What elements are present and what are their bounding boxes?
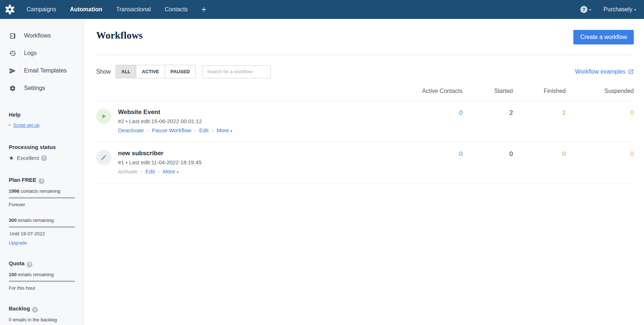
more-label: More: [163, 168, 175, 175]
table-header-finished: Finished: [513, 88, 566, 94]
quota-value: 100: [9, 272, 17, 277]
quota-period: For this hour: [9, 285, 75, 291]
active-contacts-value[interactable]: 0: [412, 109, 463, 133]
sidebar: Workflows Logs Email Templates Settings …: [0, 19, 84, 325]
sendinblue-logo-icon: [4, 4, 16, 15]
sidebar-item-settings[interactable]: Settings: [0, 79, 84, 97]
create-workflow-button[interactable]: Create a workflow: [573, 30, 634, 44]
history-icon: [9, 50, 16, 57]
quota-title: Quota?: [9, 260, 75, 267]
filter-paused-button[interactable]: PAUSED: [165, 65, 196, 78]
pause-workflow-link[interactable]: Pause Workflow: [152, 127, 191, 133]
nav-item-campaigns[interactable]: Campaigns: [20, 0, 63, 19]
sendinblue-logo[interactable]: [0, 0, 20, 19]
emails-remaining-value: 300: [9, 218, 17, 223]
add-app-icon[interactable]: +: [195, 4, 213, 15]
header-divider: [96, 55, 634, 55]
play-icon: [101, 113, 107, 120]
chevron-down-icon: ▾: [589, 8, 591, 12]
emails-progress-bar: [9, 226, 75, 228]
row-divider: [96, 183, 634, 183]
help-tooltip-icon[interactable]: ?: [27, 262, 32, 267]
processing-status-title: Processing status: [9, 144, 75, 150]
plan-title-text: Plan FREE: [9, 177, 36, 183]
suspended-value: 0: [566, 109, 634, 133]
play-square-icon: [9, 32, 16, 39]
table-row: Website Event #2 • Last edit:15-06-2022 …: [96, 101, 634, 142]
active-contacts-value[interactable]: 0: [412, 150, 463, 175]
star-icon: ★: [9, 154, 14, 161]
account-menu[interactable]: Purchasely ▾: [604, 6, 636, 13]
more-label: More: [216, 127, 229, 133]
processing-status-value: Excellent: [17, 155, 39, 161]
chevron-down-icon: ▾: [177, 170, 178, 174]
workflow-examples-text: Workflow examples: [575, 68, 625, 75]
workflow-name[interactable]: new subscriber: [118, 150, 201, 157]
sidebar-item-logs[interactable]: Logs: [0, 44, 84, 62]
finished-value: 0: [513, 150, 566, 175]
activate-link-disabled: Activate: [118, 168, 137, 175]
table-header-started: Started: [463, 88, 513, 94]
table-header-active-contacts: Active Contacts: [412, 88, 463, 94]
deactivate-link[interactable]: Deactivate: [118, 127, 144, 133]
external-link-icon: [628, 69, 634, 75]
nav-item-automation[interactable]: Automation: [63, 0, 109, 19]
sidebar-item-workflows[interactable]: Workflows: [0, 27, 84, 44]
table-header-name: [96, 88, 412, 94]
help-tooltip-icon[interactable]: ?: [32, 307, 38, 313]
sidebar-item-label: Workflows: [24, 32, 51, 39]
sidebar-item-label: Email Templates: [24, 67, 67, 74]
gear-icon: [9, 85, 16, 92]
backlog-text: 0 emails in the backlog: [9, 317, 75, 322]
plan-title: Plan FREE?: [9, 177, 75, 184]
table-row: new subscriber #1 • Last edit:11-04-2022…: [96, 142, 634, 183]
chevron-down-icon: ▾: [634, 8, 636, 12]
contacts-remaining-label: contacts remaining: [19, 188, 60, 194]
script-setup-link[interactable]: Script set up: [13, 122, 39, 128]
workflow-meta: #2 • Last edit:15-06-2022 00:01:12: [118, 118, 232, 124]
more-dropdown[interactable]: More▾: [216, 127, 232, 133]
chevron-down-icon: ▾: [231, 129, 232, 133]
workflow-name[interactable]: Website Event: [118, 109, 232, 116]
upgrade-link[interactable]: Upgrade: [9, 240, 27, 246]
filter-all-button[interactable]: ALL: [115, 65, 136, 78]
help-tooltip-icon[interactable]: ?: [41, 155, 47, 161]
started-value: 0: [463, 150, 513, 175]
main-content: Workflows Create a workflow Show ALL ACT…: [84, 19, 644, 183]
suspended-value: 0: [566, 150, 634, 175]
show-filter-label: Show: [96, 68, 111, 75]
backlog-title-text: Backlog: [9, 305, 30, 312]
workflow-meta: #1 • Last edit:11-04-2022 18:19:45: [118, 159, 201, 165]
action-separator: •: [141, 169, 142, 174]
help-icon: ?: [580, 6, 588, 13]
sidebar-item-label: Settings: [24, 85, 45, 91]
bullet-icon: •: [9, 123, 10, 128]
edit-link[interactable]: Edit: [145, 168, 155, 175]
started-value: 2: [463, 109, 513, 133]
action-separator: •: [212, 128, 213, 133]
table-header-suspended: Suspended: [566, 88, 634, 94]
edit-link[interactable]: Edit: [199, 127, 209, 133]
top-navigation: Campaigns Automation Transactional Conta…: [0, 0, 644, 19]
backlog-title: Backlog?: [9, 305, 75, 313]
emails-remaining-label: emails remaining: [17, 218, 54, 223]
nav-item-transactional[interactable]: Transactional: [109, 0, 158, 19]
sidebar-item-email-templates[interactable]: Email Templates: [0, 62, 84, 79]
help-tooltip-icon[interactable]: ?: [39, 178, 44, 184]
paper-plane-icon: [9, 67, 16, 74]
filter-active-button[interactable]: ACTIVE: [136, 65, 165, 78]
workflow-search-input[interactable]: [202, 65, 271, 78]
quota-title-text: Quota: [9, 260, 24, 266]
nav-item-contacts[interactable]: Contacts: [158, 0, 195, 19]
table-header-row: Active Contacts Started Finished Suspend…: [96, 88, 634, 101]
action-separator: •: [158, 169, 160, 174]
status-filter-group: ALL ACTIVE PAUSED: [115, 65, 196, 78]
sidebar-item-label: Logs: [24, 50, 37, 56]
workflow-status-draft-icon: [96, 150, 111, 165]
workflow-examples-link[interactable]: Workflow examples: [575, 68, 634, 75]
plan-until: Until 19-07-2022: [9, 231, 75, 236]
more-dropdown[interactable]: More▾: [163, 168, 178, 175]
help-menu[interactable]: ? ▾: [580, 6, 591, 13]
contacts-remaining-value: 1998: [9, 188, 19, 194]
quota-progress-bar: [9, 281, 75, 282]
